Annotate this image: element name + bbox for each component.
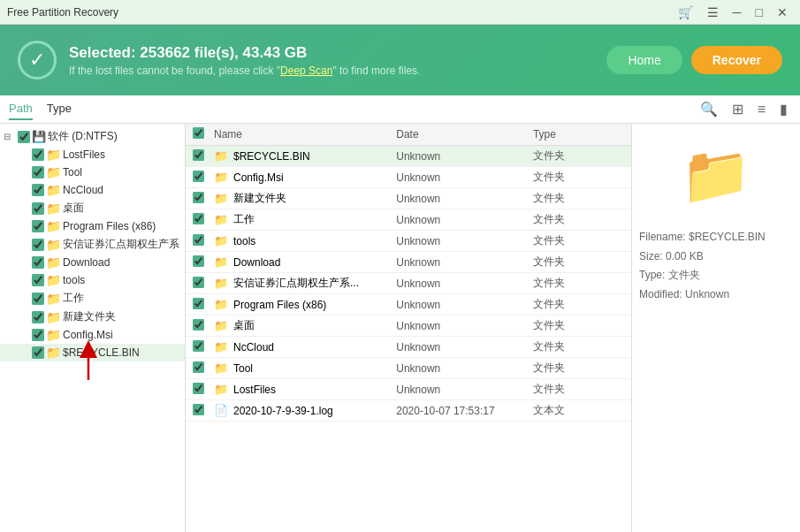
search-icon[interactable]: 🔍 bbox=[697, 99, 721, 119]
header-subtitle: If the lost files cannot be found, pleas… bbox=[69, 65, 420, 77]
recover-button[interactable]: Recover bbox=[691, 46, 782, 74]
close-icon[interactable]: ✕ bbox=[772, 4, 793, 21]
file-row[interactable]: 📄 2020-10-7-9-39-1.log 2020-10-07 17:53:… bbox=[186, 400, 631, 422]
folder-big-icon: 📁 bbox=[681, 142, 751, 209]
grid-view-icon[interactable]: ⊞ bbox=[728, 99, 747, 119]
file-checkbox[interactable] bbox=[193, 171, 204, 182]
tree-item[interactable]: ▸ 📁 Download bbox=[0, 254, 185, 271]
header: ✓ Selected: 253662 file(s), 43.43 GB If … bbox=[0, 25, 800, 95]
file-checkbox[interactable] bbox=[193, 255, 204, 267]
file-name: 📁 Tool bbox=[214, 361, 396, 375]
file-checkbox[interactable] bbox=[193, 340, 204, 352]
file-row[interactable]: 📁 Download Unknown 文件夹 bbox=[186, 252, 631, 273]
deep-scan-link[interactable]: Deep Scan bbox=[280, 65, 332, 77]
file-checkbox[interactable] bbox=[193, 404, 204, 415]
file-row[interactable]: 📁 工作 Unknown 文件夹 bbox=[186, 209, 631, 231]
file-row[interactable]: 📁 LostFiles Unknown 文件夹 bbox=[186, 379, 631, 400]
tree-item-label: 安信证券汇点期权生产系 bbox=[63, 237, 181, 252]
tree-item-label: Config.Msi bbox=[63, 329, 181, 341]
folder-icon: 📁 bbox=[46, 310, 61, 324]
minimize-icon[interactable]: ─ bbox=[728, 4, 747, 21]
select-all-checkbox[interactable] bbox=[193, 127, 204, 139]
tree-item[interactable]: ▸ 📁 工作 bbox=[0, 289, 185, 308]
file-checkbox[interactable] bbox=[193, 383, 204, 394]
file-row[interactable]: 📁 Config.Msi Unknown 文件夹 bbox=[186, 167, 631, 188]
file-checkbox[interactable] bbox=[193, 277, 204, 288]
file-checkbox[interactable] bbox=[193, 149, 204, 161]
tree-item[interactable]: ▸ 📁 Config.Msi bbox=[0, 326, 185, 344]
tab-type[interactable]: Type bbox=[47, 98, 72, 120]
tree-item-checkbox[interactable] bbox=[32, 166, 44, 179]
tree-item-checkbox[interactable] bbox=[32, 202, 44, 215]
title-bar: Free Partition Recovery 🛒 ☰ ─ □ ✕ bbox=[0, 0, 800, 25]
file-type: 文本文 bbox=[533, 403, 624, 418]
tree-item[interactable]: ▸ 📁 安信证券汇点期权生产系 bbox=[0, 235, 185, 254]
tree-item[interactable]: ▸ 📁 桌面 bbox=[0, 199, 185, 217]
menu-icon[interactable]: ☰ bbox=[702, 4, 724, 21]
file-checkbox[interactable] bbox=[193, 213, 204, 224]
tree-item[interactable]: ▸ 📁 新建文件夹 bbox=[0, 308, 185, 326]
tree-item[interactable]: ▸ 📁 NcCloud bbox=[0, 181, 185, 199]
app-title: Free Partition Recovery bbox=[7, 6, 118, 19]
folder-icon: 📁 bbox=[214, 319, 228, 332]
file-date: Unknown bbox=[396, 362, 533, 375]
file-checkbox[interactable] bbox=[193, 319, 204, 331]
folder-icon: 📁 bbox=[214, 192, 228, 205]
file-checkbox[interactable] bbox=[193, 234, 204, 246]
tree-item-checkbox[interactable] bbox=[32, 274, 44, 286]
file-row[interactable]: 📁 桌面 Unknown 文件夹 bbox=[186, 315, 631, 337]
file-row[interactable]: 📁 安信证券汇点期权生产系... Unknown 文件夹 bbox=[186, 273, 631, 294]
file-checkbox[interactable] bbox=[193, 192, 204, 203]
tree-item-checkbox[interactable] bbox=[32, 329, 44, 341]
file-checkbox[interactable] bbox=[193, 361, 204, 373]
tree-item-checkbox[interactable] bbox=[32, 293, 44, 305]
file-type: 文件夹 bbox=[533, 212, 624, 227]
folder-icon: 📁 bbox=[214, 340, 228, 353]
tree-item-checkbox[interactable] bbox=[32, 239, 44, 251]
tree-item[interactable]: ▸ 📁 $RECYCLE.BIN bbox=[0, 344, 185, 361]
file-row[interactable]: 📁 Tool Unknown 文件夹 bbox=[186, 358, 631, 379]
tree-root[interactable]: ⊟ 💾 软件 (D:NTFS) bbox=[0, 127, 185, 146]
file-panel: Name Date Type 📁 $RECYCLE.BIN Unknown 文件… bbox=[186, 124, 632, 532]
toolbar-tabs: Path Type bbox=[9, 98, 72, 120]
tree-item-checkbox[interactable] bbox=[32, 184, 44, 196]
tree-item-checkbox[interactable] bbox=[32, 220, 44, 232]
file-row[interactable]: 📁 Program Files (x86) Unknown 文件夹 bbox=[186, 294, 631, 315]
expand-icon: ⊟ bbox=[4, 132, 16, 141]
tree-item-label: LostFiles bbox=[63, 148, 181, 161]
file-rows: 📁 $RECYCLE.BIN Unknown 文件夹 📁 Config.Msi … bbox=[186, 146, 631, 422]
tree-panel: ⊟ 💾 软件 (D:NTFS) ▸ 📁 LostFiles ▸ 📁 Tool ▸… bbox=[0, 124, 186, 532]
check-circle: ✓ bbox=[18, 41, 57, 80]
home-button[interactable]: Home bbox=[606, 46, 682, 74]
tree-item-checkbox[interactable] bbox=[32, 256, 44, 269]
folder-icon: 📁 bbox=[46, 165, 61, 179]
details-view-icon[interactable]: ▮ bbox=[776, 99, 791, 119]
tree-root-checkbox[interactable] bbox=[18, 131, 30, 143]
folder-icon: 📁 bbox=[214, 171, 228, 184]
tree-item-checkbox[interactable] bbox=[32, 346, 44, 359]
cart-icon[interactable]: 🛒 bbox=[673, 4, 698, 21]
file-checkbox[interactable] bbox=[193, 298, 204, 309]
file-name: 📁 Program Files (x86) bbox=[214, 298, 396, 311]
tab-path[interactable]: Path bbox=[9, 98, 33, 120]
file-type: 文件夹 bbox=[533, 382, 624, 397]
tree-item-checkbox[interactable] bbox=[32, 311, 44, 323]
tree-item-label: tools bbox=[63, 274, 181, 286]
header-date: Date bbox=[396, 128, 533, 141]
list-view-icon[interactable]: ≡ bbox=[754, 100, 769, 119]
folder-icon: 📁 bbox=[214, 213, 228, 226]
file-row[interactable]: 📁 NcCloud Unknown 文件夹 bbox=[186, 337, 631, 358]
file-row[interactable]: 📁 $RECYCLE.BIN Unknown 文件夹 bbox=[186, 146, 631, 167]
maximize-icon[interactable]: □ bbox=[750, 4, 768, 21]
tree-item[interactable]: ▸ 📁 LostFiles bbox=[0, 146, 185, 163]
drive-icon: 💾 bbox=[32, 130, 46, 143]
selected-info: Selected: 253662 file(s), 43.43 GB bbox=[69, 44, 420, 62]
tree-item[interactable]: ▸ 📁 tools bbox=[0, 271, 185, 289]
info-panel: 📁 Filename: $RECYCLE.BIN Size: 0.00 KB T… bbox=[632, 124, 800, 532]
file-row[interactable]: 📁 新建文件夹 Unknown 文件夹 bbox=[186, 188, 631, 209]
file-row[interactable]: 📁 tools Unknown 文件夹 bbox=[186, 231, 631, 252]
tree-item-checkbox[interactable] bbox=[32, 148, 44, 161]
tree-item[interactable]: ▸ 📁 Program Files (x86) bbox=[0, 217, 185, 235]
tree-item[interactable]: ▸ 📁 Tool bbox=[0, 163, 185, 181]
file-check bbox=[193, 361, 214, 376]
